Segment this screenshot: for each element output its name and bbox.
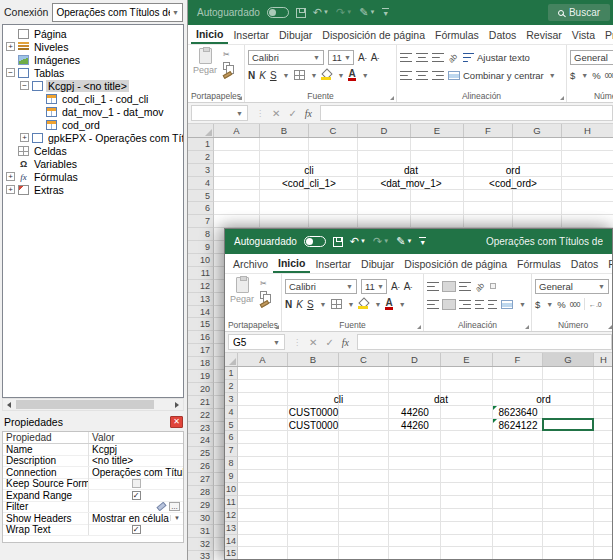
row-header-5[interactable]: 5 bbox=[188, 190, 214, 203]
connection-select[interactable]: Operações com Títulos de Renda Variável … bbox=[52, 3, 183, 22]
cell[interactable] bbox=[238, 444, 288, 457]
cell[interactable] bbox=[594, 522, 612, 535]
cell[interactable] bbox=[493, 406, 543, 419]
row-header-1[interactable]: 1 bbox=[188, 138, 214, 151]
row-header-9[interactable]: 9 bbox=[188, 241, 214, 254]
wrap-text-button[interactable]: Ajustar texto bbox=[463, 52, 530, 63]
expand-icon[interactable]: + bbox=[20, 133, 29, 142]
cell[interactable] bbox=[464, 215, 513, 228]
column-header-f[interactable]: F bbox=[464, 124, 513, 137]
undo-button[interactable]: ↶▼ bbox=[313, 7, 329, 18]
cell[interactable] bbox=[358, 164, 411, 177]
increase-indent-icon[interactable] bbox=[488, 300, 497, 309]
align-right-icon[interactable] bbox=[459, 300, 471, 309]
cell[interactable] bbox=[411, 151, 464, 164]
borders-icon[interactable] bbox=[331, 299, 342, 309]
cell[interactable] bbox=[493, 393, 543, 406]
ribbon-tab-insertar[interactable]: Insertar bbox=[228, 25, 274, 44]
cell[interactable] bbox=[441, 380, 493, 393]
expand-icon[interactable]: + bbox=[6, 42, 15, 51]
ribbon-tab-revisar[interactable]: Revisar bbox=[603, 254, 612, 273]
insert-function-icon[interactable]: fx bbox=[305, 108, 312, 119]
row-header-11[interactable]: 11 bbox=[225, 496, 238, 509]
cell[interactable] bbox=[339, 483, 389, 496]
cell[interactable] bbox=[238, 431, 288, 444]
ink-button[interactable]: ✎▼ bbox=[359, 7, 375, 18]
cell[interactable] bbox=[358, 138, 411, 151]
cell[interactable] bbox=[339, 509, 389, 522]
column-header-c[interactable]: C bbox=[309, 124, 358, 137]
column-header-e[interactable]: E bbox=[411, 124, 464, 137]
cell[interactable] bbox=[288, 535, 339, 548]
column-header-f[interactable]: F bbox=[493, 353, 543, 366]
row-header-3[interactable]: 3 bbox=[188, 164, 214, 177]
cell[interactable] bbox=[309, 177, 358, 190]
cell[interactable] bbox=[288, 547, 339, 559]
decrease-indent-icon[interactable] bbox=[475, 300, 484, 309]
tree-item-cod-cli-1[interactable]: cod_cli_1 - cod_cli bbox=[3, 92, 183, 105]
cell[interactable] bbox=[513, 164, 562, 177]
cell[interactable] bbox=[358, 215, 411, 228]
row-header-14[interactable]: 14 bbox=[188, 306, 214, 319]
format-painter-icon[interactable] bbox=[260, 300, 270, 308]
cell[interactable] bbox=[441, 393, 493, 406]
row-header-24[interactable]: 24 bbox=[188, 434, 214, 447]
cell[interactable] bbox=[441, 367, 493, 380]
cell[interactable] bbox=[543, 406, 594, 419]
thousands-button[interactable]: 000 bbox=[605, 72, 613, 79]
row-header-6[interactable]: 6 bbox=[225, 431, 238, 444]
ribbon-tab-insertar[interactable]: Insertar bbox=[310, 254, 356, 273]
dialog-launcher-icon[interactable] bbox=[275, 325, 279, 329]
cell[interactable] bbox=[441, 483, 493, 496]
cell[interactable] bbox=[389, 483, 441, 496]
cell[interactable] bbox=[238, 509, 288, 522]
cell[interactable] bbox=[238, 522, 288, 535]
row-header-20[interactable]: 20 bbox=[188, 383, 214, 396]
cell[interactable] bbox=[513, 138, 562, 151]
percent-button[interactable]: % bbox=[557, 299, 565, 310]
property-value[interactable]: … bbox=[89, 502, 183, 511]
align-bottom-icon[interactable] bbox=[432, 53, 444, 62]
cell[interactable] bbox=[260, 202, 309, 215]
cell[interactable] bbox=[543, 419, 594, 432]
cell[interactable] bbox=[309, 202, 358, 215]
dialog-launcher-icon[interactable] bbox=[390, 96, 394, 100]
cell[interactable] bbox=[238, 457, 288, 470]
cell[interactable] bbox=[339, 367, 389, 380]
property-value[interactable]: ✓ bbox=[89, 525, 183, 534]
cell[interactable] bbox=[441, 535, 493, 548]
cell[interactable] bbox=[238, 419, 288, 432]
cell[interactable] bbox=[594, 483, 612, 496]
cell[interactable] bbox=[339, 522, 389, 535]
enter-icon[interactable]: ✓ bbox=[325, 337, 333, 348]
cell[interactable] bbox=[260, 215, 309, 228]
increase-font-icon[interactable]: Aˆ bbox=[358, 52, 367, 63]
select-all-corner[interactable] bbox=[225, 353, 238, 366]
row-header-31[interactable]: 31 bbox=[188, 525, 214, 538]
fill-color-icon[interactable] bbox=[321, 70, 331, 80]
row-header-29[interactable]: 29 bbox=[188, 499, 214, 512]
cell[interactable] bbox=[594, 444, 612, 457]
cut-icon[interactable]: ✂ bbox=[223, 51, 232, 59]
ribbon-tab-f-rmulas[interactable]: Fórmulas bbox=[430, 25, 484, 44]
insert-function-icon[interactable]: fx bbox=[342, 337, 349, 348]
font-color-icon[interactable]: A bbox=[385, 299, 392, 310]
cell[interactable] bbox=[493, 483, 543, 496]
tree-item-gpkepx[interactable]: +gpkEPX - Operações com Títulos de Renda… bbox=[3, 131, 183, 144]
cell[interactable] bbox=[594, 393, 612, 406]
cell[interactable] bbox=[513, 190, 562, 203]
row-header-10[interactable]: 10 bbox=[188, 254, 214, 267]
align-right-icon[interactable] bbox=[432, 71, 444, 80]
row-header-10[interactable]: 10 bbox=[225, 483, 238, 496]
cell[interactable] bbox=[543, 380, 594, 393]
tree-item-niveles[interactable]: +Niveles bbox=[3, 40, 183, 53]
cell[interactable] bbox=[389, 535, 441, 548]
cut-icon[interactable]: ✂ bbox=[260, 280, 269, 288]
cell[interactable] bbox=[389, 431, 441, 444]
align-bottom-icon[interactable] bbox=[459, 282, 471, 291]
cell[interactable] bbox=[594, 380, 612, 393]
cell[interactable] bbox=[493, 380, 543, 393]
expand-icon[interactable]: + bbox=[6, 172, 15, 181]
select-all-corner[interactable] bbox=[188, 124, 214, 137]
cell[interactable] bbox=[493, 522, 543, 535]
